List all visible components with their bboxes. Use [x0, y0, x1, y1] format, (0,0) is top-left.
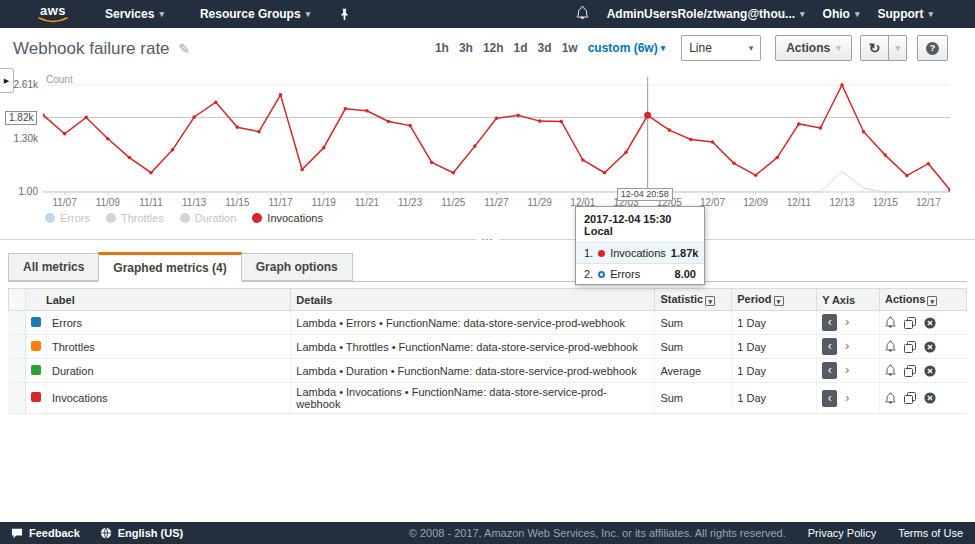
legend-marker-icon: [252, 213, 262, 223]
time-range-option[interactable]: 12h: [483, 41, 504, 55]
support-menu[interactable]: Support ▾: [877, 7, 933, 21]
series-color-swatch[interactable]: [31, 317, 41, 327]
top-navbar: aws Services ▾ Resource Groups ▾: [0, 0, 975, 28]
y-tick-label: 1.30k: [0, 133, 38, 144]
y-axis-left-button[interactable]: ‹: [822, 390, 837, 407]
metric-row: Duration Lambda • Duration • FunctionNam…: [9, 359, 967, 383]
duplicate-icon[interactable]: [904, 317, 916, 329]
nav-services[interactable]: Services ▾: [105, 7, 164, 21]
chevron-down-icon: ▾: [306, 9, 311, 19]
dropdown-icon[interactable]: ▾: [705, 296, 715, 306]
chart-type-select[interactable]: Line ▾: [681, 35, 761, 61]
nav-resource-groups[interactable]: Resource Groups ▾: [200, 7, 310, 21]
x-tick-label: 11/13: [172, 197, 216, 208]
custom-range-button[interactable]: custom (6w) ▾: [588, 41, 666, 55]
time-range-option[interactable]: 3h: [459, 41, 473, 55]
console-footer: Feedback English (US) © 2008 - 2017, Ama…: [0, 522, 975, 544]
series-color-swatch[interactable]: [31, 341, 41, 351]
alarm-bell-icon[interactable]: [885, 340, 896, 353]
duplicate-icon[interactable]: [904, 392, 916, 404]
crosshair-x-label: 12-04 20:58: [617, 188, 673, 201]
period-cell[interactable]: 1 Day: [732, 311, 817, 335]
remove-metric-icon[interactable]: [924, 392, 936, 404]
time-range-option[interactable]: 1w: [562, 41, 578, 55]
language-selector[interactable]: English (US): [100, 527, 183, 539]
metric-row: Throttles Lambda • Throttles • FunctionN…: [9, 335, 967, 359]
statistic-cell[interactable]: Average: [655, 359, 732, 383]
color-cell: [25, 335, 46, 359]
series-marker-icon: [598, 250, 605, 257]
edit-title-icon[interactable]: ✎: [179, 41, 191, 57]
bell-icon: [576, 6, 589, 20]
refresh-options-button[interactable]: ▾: [889, 35, 907, 61]
aws-logo[interactable]: aws: [35, 5, 71, 23]
remove-metric-icon[interactable]: [924, 317, 936, 329]
privacy-policy-link[interactable]: Privacy Policy: [808, 527, 876, 539]
series-color-swatch[interactable]: [31, 365, 41, 375]
actions-button[interactable]: Actions ▾: [775, 35, 852, 61]
statistic-cell[interactable]: Sum: [655, 383, 732, 414]
y-axis-left-button[interactable]: ‹: [822, 362, 837, 379]
time-range-option[interactable]: 1h: [435, 41, 449, 55]
chart-legend: Errors Throttles Duration Invocations: [45, 212, 323, 224]
y-axis-right-button[interactable]: ›: [840, 338, 854, 355]
metrics-tab[interactable]: Graph options: [241, 253, 353, 281]
dropdown-icon[interactable]: ▾: [774, 296, 784, 306]
legend-item[interactable]: Errors: [45, 212, 90, 224]
metrics-tab[interactable]: Graphed metrics (4): [98, 252, 241, 282]
alarm-bell-icon[interactable]: [885, 316, 896, 329]
x-tick-label: 12/17: [906, 197, 950, 208]
color-cell: [25, 359, 46, 383]
y-axis-left-button[interactable]: ‹: [822, 338, 837, 355]
feedback-button[interactable]: Feedback: [11, 527, 80, 539]
legend-item[interactable]: Duration: [180, 212, 237, 224]
table-header-row: Label Details Statistic▾ Period▾ Y Axis …: [9, 289, 967, 311]
y-axis-right-button[interactable]: ›: [840, 314, 854, 331]
series-color-swatch[interactable]: [31, 392, 41, 402]
alarm-bell-icon[interactable]: [885, 364, 896, 377]
metric-label-cell[interactable]: Invocations: [46, 383, 290, 414]
period-cell[interactable]: 1 Day: [732, 383, 817, 414]
metric-row: Errors Lambda • Errors • FunctionName: d…: [9, 311, 967, 335]
chevron-down-icon: ▾: [855, 9, 860, 19]
metric-label-cell[interactable]: Errors: [46, 311, 290, 335]
metric-label-cell[interactable]: Duration: [46, 359, 290, 383]
y-axis-right-button[interactable]: ›: [840, 390, 854, 407]
refresh-button[interactable]: ↻: [860, 35, 890, 61]
pushpin-icon: [340, 8, 349, 21]
alarm-bell-icon[interactable]: [885, 392, 896, 405]
metrics-line-chart[interactable]: [43, 75, 950, 197]
notifications-button[interactable]: [576, 6, 589, 23]
dropdown-icon[interactable]: ▾: [927, 296, 937, 306]
region-menu[interactable]: Ohio ▾: [823, 7, 860, 21]
legend-item[interactable]: Invocations: [252, 212, 323, 224]
terms-of-use-link[interactable]: Terms of Use: [898, 527, 963, 539]
time-range-option[interactable]: 1d: [514, 41, 528, 55]
duplicate-icon[interactable]: [904, 341, 916, 353]
metric-details-cell: Lambda • Throttles • FunctionName: data-…: [291, 335, 655, 359]
period-cell[interactable]: 1 Day: [732, 359, 817, 383]
y-axis-header: Y Axis: [817, 289, 880, 311]
duplicate-icon[interactable]: [904, 365, 916, 377]
pin-shortcut-button[interactable]: [340, 8, 349, 21]
graphed-metrics-table: Label Details Statistic▾ Period▾ Y Axis …: [8, 288, 967, 414]
account-menu[interactable]: AdminUsersRole/ztwang@thou... ▾: [607, 7, 805, 21]
statistic-cell[interactable]: Sum: [655, 311, 732, 335]
remove-metric-icon[interactable]: [924, 365, 936, 377]
period-cell[interactable]: 1 Day: [732, 335, 817, 359]
y-axis-left-button[interactable]: ‹: [822, 314, 837, 331]
time-range-group: 1h 3h 12h 1d 3d 1w: [435, 41, 578, 55]
x-axis-labels: 11/0711/0911/1111/1311/1511/1711/1911/21…: [43, 197, 950, 209]
legend-marker-icon: [45, 213, 55, 223]
x-tick-label: 11/15: [215, 197, 259, 208]
y-axis-right-button[interactable]: ›: [840, 362, 854, 379]
actions-cell: [880, 311, 967, 335]
metrics-tab[interactable]: All metrics: [8, 253, 99, 281]
metric-label-cell[interactable]: Throttles: [46, 335, 290, 359]
statistic-cell[interactable]: Sum: [655, 335, 732, 359]
legend-item[interactable]: Throttles: [106, 212, 164, 224]
help-button[interactable]: ?: [917, 35, 948, 61]
time-range-option[interactable]: 3d: [538, 41, 552, 55]
remove-metric-icon[interactable]: [924, 341, 936, 353]
x-tick-label: 12/15: [863, 197, 907, 208]
